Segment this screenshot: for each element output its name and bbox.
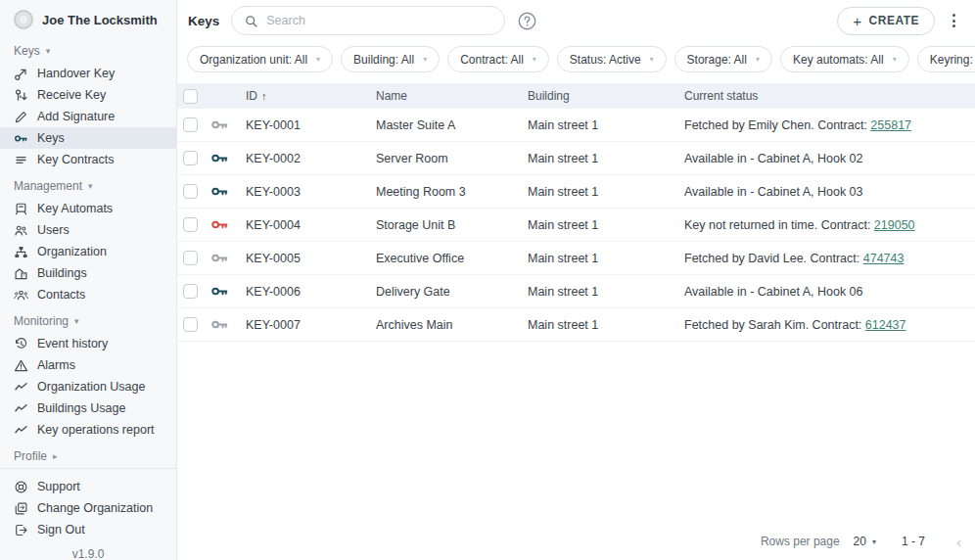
cell-id: KEY-0005: [246, 252, 376, 265]
app-window: Joe The Locksmith Keys▾Handover KeyRecei…: [0, 0, 975, 560]
cell-name: Archives Main: [376, 318, 528, 332]
sidebar-item-event-history[interactable]: Event history: [0, 333, 176, 354]
search-box[interactable]: [231, 6, 505, 35]
cell-id: KEY-0002: [246, 152, 376, 165]
section-caret-icon: ▾: [74, 316, 79, 326]
table-row[interactable]: KEY-0006Delivery GateMain street 1Availa…: [177, 275, 975, 308]
help-icon[interactable]: [517, 11, 537, 31]
table-row[interactable]: KEY-0002Server RoomMain street 1Availabl…: [177, 142, 975, 175]
users-icon: [14, 223, 28, 238]
row-checkbox[interactable]: [183, 217, 198, 232]
sidebar-item-buildings[interactable]: Buildings: [0, 262, 176, 284]
handover-key-icon: [14, 67, 28, 81]
filter-chip-keyring[interactable]: Keyring: All▾: [917, 46, 975, 72]
sidebar-item-key-automats[interactable]: Key Automats: [0, 198, 176, 219]
contacts-icon: [14, 288, 28, 303]
sidebar-item-key-contracts[interactable]: Key Contracts: [0, 149, 176, 170]
cell-building: Main street 1: [528, 185, 684, 199]
cell-id: KEY-0004: [246, 218, 376, 232]
table-row[interactable]: KEY-0007Archives MainMain street 1Fetche…: [177, 308, 975, 342]
sidebar-item-support[interactable]: Support: [0, 476, 176, 497]
filter-chip-key-automats[interactable]: Key automats: All▾: [780, 46, 909, 72]
sidebar-item-alarms[interactable]: Alarms: [0, 354, 176, 376]
chevron-down-icon: ▾: [756, 55, 760, 64]
line-chart-icon: [14, 380, 28, 395]
search-icon: [244, 14, 258, 28]
cell-building: Main street 1: [528, 218, 684, 232]
select-all-checkbox[interactable]: [183, 89, 198, 104]
sidebar-item-key-operations-report[interactable]: Key operations report: [0, 419, 176, 441]
cell-name: Delivery Gate: [376, 285, 528, 299]
rows-per-page-select[interactable]: 20 ▾: [854, 535, 876, 548]
cell-id: KEY-0006: [246, 285, 376, 299]
sidebar-item-organization[interactable]: Organization: [0, 241, 176, 262]
cell-name: Master Suite A: [376, 118, 528, 132]
row-checkbox[interactable]: [183, 284, 198, 299]
user-menu[interactable]: Joe The Locksmith: [0, 0, 176, 35]
key-icon: [210, 249, 229, 267]
search-input[interactable]: [266, 14, 492, 27]
section-caret-icon: ▾: [88, 181, 93, 191]
sidebar-item-handover-key[interactable]: Handover Key: [0, 63, 176, 84]
filter-chip-contract[interactable]: Contract: All▾: [447, 46, 549, 72]
create-button-label: CREATE: [869, 14, 919, 27]
sidebar-item-organization-usage[interactable]: Organization Usage: [0, 376, 176, 397]
cell-status: Available in - Cabinet A, Hook 02: [684, 152, 975, 165]
sidebar-item-sign-out[interactable]: Sign Out: [0, 519, 176, 540]
filter-chip-organization-unit[interactable]: Organization unit: All▾: [187, 46, 333, 72]
cell-name: Server Room: [376, 152, 528, 165]
column-header-status[interactable]: Current status: [684, 89, 975, 103]
contract-link[interactable]: 255817: [870, 118, 911, 132]
row-checkbox[interactable]: [183, 117, 198, 132]
row-checkbox[interactable]: [183, 184, 198, 199]
prev-page-icon[interactable]: ‹: [952, 534, 965, 550]
sidebar-item-contacts[interactable]: Contacts: [0, 284, 176, 305]
filter-chip-status[interactable]: Status: Active▾: [557, 46, 667, 72]
sidebar-item-users[interactable]: Users: [0, 219, 176, 241]
table-row[interactable]: KEY-0005Executive OfficeMain street 1Fet…: [177, 242, 975, 275]
filter-chip-storage[interactable]: Storage: All▾: [674, 46, 772, 72]
sidebar-item-keys[interactable]: Keys: [0, 127, 176, 149]
line-chart-icon: [14, 401, 28, 416]
row-checkbox[interactable]: [183, 151, 198, 165]
table-header: ID↑ Name Building Current status: [177, 83, 975, 109]
app-version: v1.9.0: [0, 542, 176, 560]
section-header-keys[interactable]: Keys▾: [0, 35, 176, 63]
section-header-profile[interactable]: Profile▸: [0, 441, 176, 468]
chevron-down-icon: ▾: [872, 537, 876, 546]
cell-status: Fetched by Sarah Kim. Contract: 612437: [684, 318, 975, 332]
sidebar-item-add-signature[interactable]: Add Signature: [0, 106, 176, 127]
contract-link[interactable]: 612437: [865, 318, 906, 332]
contract-link[interactable]: 219050: [874, 218, 915, 232]
column-header-name[interactable]: Name: [376, 89, 528, 103]
contract-link[interactable]: 474743: [863, 252, 905, 265]
cell-status: Fetched by David Lee. Contract: 474743: [684, 252, 975, 265]
sidebar-item-buildings-usage[interactable]: Buildings Usage: [0, 397, 176, 419]
section-caret-icon: ▾: [46, 46, 51, 56]
org-chart-icon: [14, 245, 28, 259]
avatar: [14, 10, 33, 29]
building-icon: [14, 266, 28, 281]
section-header-management[interactable]: Management▾: [0, 170, 176, 198]
sidebar-item-change-organization[interactable]: Change Organization: [0, 497, 176, 519]
column-header-building[interactable]: Building: [528, 89, 684, 103]
section-caret-icon: ▸: [53, 451, 58, 461]
filter-chip-building[interactable]: Building: All▾: [341, 46, 440, 72]
row-checkbox[interactable]: [183, 251, 198, 265]
sidebar-item-receive-key[interactable]: Receive Key: [0, 84, 176, 106]
key-icon: [210, 149, 229, 167]
create-button[interactable]: + CREATE: [837, 7, 935, 35]
key-icon: [210, 182, 229, 201]
section-header-monitoring[interactable]: Monitoring▾: [0, 305, 176, 333]
chevron-down-icon: ▾: [423, 55, 427, 64]
table-row[interactable]: KEY-0001Master Suite AMain street 1Fetch…: [177, 109, 975, 142]
key-automat-icon: [14, 202, 28, 216]
column-header-id[interactable]: ID↑: [246, 89, 376, 103]
cell-building: Main street 1: [528, 252, 684, 265]
kebab-menu-icon[interactable]: [947, 10, 961, 31]
table-row[interactable]: KEY-0003Meeting Room 3Main street 1Avail…: [177, 175, 975, 209]
cell-name: Meeting Room 3: [376, 185, 528, 199]
table-row[interactable]: KEY-0004Storage Unit BMain street 1Key n…: [177, 209, 975, 242]
cell-name: Executive Office: [376, 252, 528, 265]
row-checkbox[interactable]: [183, 317, 198, 332]
